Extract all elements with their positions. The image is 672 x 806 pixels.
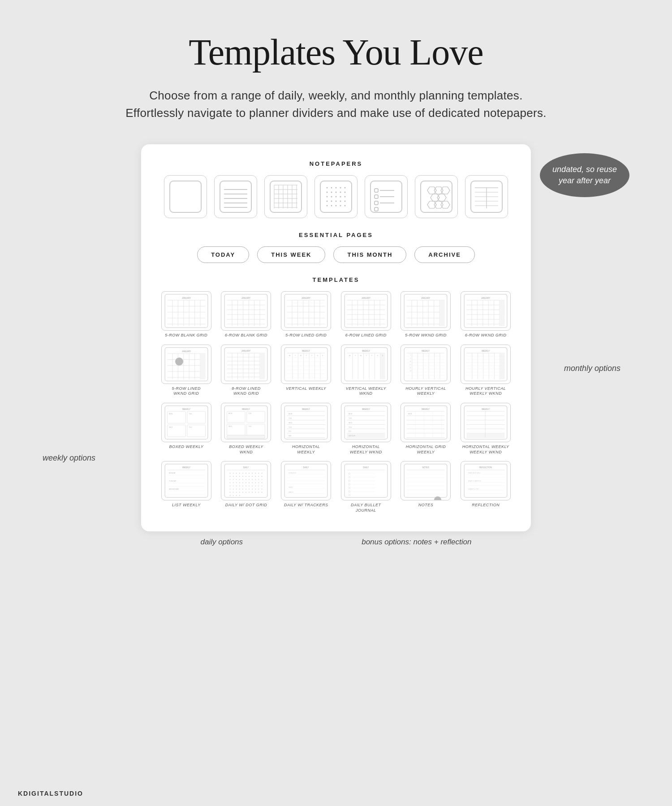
svg-text:M: M — [349, 355, 350, 357]
svg-text:FRI: FRI — [289, 431, 291, 432]
thumb-daily-trackers[interactable]: DAILY SCHEDULE TASKS HABITS — [281, 461, 331, 500]
undated-callout: undated, so reuse year after year — [540, 153, 629, 197]
svg-point-386 — [243, 479, 244, 480]
svg-point-380 — [258, 476, 259, 477]
svg-text:TUE: TUE — [249, 413, 252, 414]
svg-point-29 — [340, 192, 341, 193]
label-vertical-weekly-wknd: VERTICAL WEEKLY WKND — [339, 386, 393, 397]
svg-point-398 — [246, 483, 247, 483]
svg-point-36 — [327, 201, 328, 202]
svg-text:13: 13 — [410, 370, 412, 372]
svg-rect-116 — [345, 294, 388, 328]
svg-text:MON: MON — [169, 413, 173, 415]
thumb-reflection[interactable]: REFLECTION WHAT WENT WELL WHAT TO IMPROV… — [461, 461, 511, 500]
svg-text:WED: WED — [289, 422, 293, 424]
label-horizontal-grid-weekly: HORIZONTAL GRIDWEEKLY — [406, 444, 446, 455]
thumb-boxed-weekly-wknd[interactable]: WEEKLY MON TUE WED THU — [221, 403, 271, 442]
svg-rect-54 — [421, 181, 452, 212]
notepapers-row — [159, 175, 513, 218]
svg-point-431 — [246, 492, 247, 493]
notepapers-label: NOTEPAPERS — [159, 160, 513, 167]
svg-point-438 — [233, 495, 234, 496]
svg-point-410 — [249, 486, 250, 487]
btn-this-month[interactable]: THIS MONTH — [333, 246, 406, 263]
svg-point-435 — [258, 492, 259, 493]
notepaper-checklist[interactable] — [365, 175, 408, 218]
label-horizontal-weekly: HORIZONTALWEEKLY — [292, 444, 320, 455]
header-section: Templates You Love Choose from a range o… — [125, 0, 547, 122]
svg-text:TUE: TUE — [189, 413, 192, 415]
svg-point-24 — [340, 187, 341, 189]
notepaper-columns[interactable] — [465, 175, 508, 218]
svg-text:TUE: TUE — [289, 418, 292, 419]
svg-rect-189 — [284, 347, 327, 380]
svg-point-382 — [230, 479, 231, 480]
footer-brand: KDIGITALSTUDIO — [18, 790, 83, 797]
thumb-vertical-weekly-wknd[interactable]: WEEKLY M T W — [341, 345, 391, 384]
notepaper-dot[interactable] — [314, 175, 358, 218]
thumb-daily-dot[interactable]: DAILY — [221, 461, 271, 500]
thumb-vertical-weekly[interactable]: WEEKLY M T W T — [281, 345, 331, 384]
svg-point-396 — [239, 483, 240, 483]
svg-text:JANUARY: JANUARY — [241, 297, 251, 299]
svg-text:WEEKLY: WEEKLY — [242, 408, 250, 410]
svg-point-395 — [236, 483, 237, 483]
page: Templates You Love Choose from a range o… — [0, 0, 672, 806]
thumb-5row-lined[interactable]: JANUARY — [281, 291, 331, 331]
thumb-notes[interactable]: NOTES — [401, 461, 451, 500]
thumb-hourly-vertical-wknd[interactable]: WEEKLY — [461, 345, 511, 384]
thumb-boxed-weekly[interactable]: WEEKLY MON TUE WED THU — [161, 403, 211, 442]
svg-point-364 — [243, 473, 244, 474]
thumb-hourly-vertical[interactable]: WEEKLY — [401, 345, 451, 384]
template-horizontal-weekly-wknd2: WEEKLY — [458, 403, 513, 455]
label-6row-lined: 6-ROW LINED GRID — [345, 333, 387, 338]
label-6row-wknd: 6-ROW WKND GRID — [465, 333, 507, 338]
svg-point-394 — [233, 483, 234, 483]
svg-rect-172 — [200, 353, 206, 379]
label-boxed-weekly: BOXED WEEKLY — [169, 444, 203, 450]
thumb-6row-lined[interactable]: JANUARY — [341, 291, 391, 331]
thumb-horizontal-weekly[interactable]: WEEKLY MON TUE WED — [281, 403, 331, 442]
svg-rect-284 — [227, 435, 265, 438]
svg-marker-57 — [441, 187, 450, 194]
svg-text:MONDAY: MONDAY — [169, 472, 176, 474]
svg-text:FRI: FRI — [349, 431, 351, 432]
thumb-8row-lined-wknd[interactable]: JANUARY — [221, 345, 271, 384]
label-reflection: REFLECTION — [472, 503, 500, 508]
btn-today[interactable]: TODAY — [197, 246, 249, 263]
svg-point-37 — [331, 201, 332, 202]
thumb-6row-blank[interactable]: JANUARY — [221, 291, 271, 331]
svg-text:THU: THU — [249, 426, 252, 427]
notepaper-grid[interactable] — [264, 175, 307, 218]
svg-point-39 — [340, 201, 341, 202]
thumb-5row-lined-wknd[interactable]: JANUARY — [161, 345, 211, 384]
svg-text:WEEKLY: WEEKLY — [302, 408, 310, 410]
btn-this-week[interactable]: THIS WEEK — [257, 246, 325, 263]
thumb-horizontal-weekly-wknd[interactable]: WEEKLY MON TUE W — [341, 403, 391, 442]
svg-point-366 — [249, 473, 250, 474]
thumb-list-weekly[interactable]: WEEKLY MONDAY TUESDAY WEDNESDAY — [161, 461, 211, 500]
svg-text:MON: MON — [289, 413, 293, 415]
template-6row-wknd: JANUARY — [458, 291, 513, 338]
btn-archive[interactable]: ARCHIVE — [414, 246, 475, 263]
svg-rect-49 — [375, 195, 378, 198]
svg-text:M: M — [289, 355, 290, 357]
thumb-horizontal-weekly-wknd2[interactable]: WEEKLY — [461, 403, 511, 442]
notepaper-blank[interactable] — [164, 175, 207, 218]
bottom-callouts: daily options bonus options: notes + ref… — [141, 538, 531, 547]
notepaper-lined[interactable] — [214, 175, 257, 218]
main-title: Templates You Love — [125, 31, 547, 73]
thumb-6row-wknd[interactable]: JANUARY — [461, 291, 511, 331]
notepaper-hexagon[interactable] — [415, 175, 458, 218]
template-daily-dot: DAILY — [219, 461, 274, 513]
label-5row-lined: 5-ROW LINED GRID — [285, 333, 327, 338]
svg-rect-158 — [500, 300, 505, 326]
thumb-5row-wknd[interactable]: JANUARY — [401, 291, 451, 331]
svg-point-372 — [233, 476, 234, 477]
svg-text:MON: MON — [349, 413, 353, 415]
svg-point-392 — [262, 479, 263, 480]
label-daily-dot: DAILY W/ DOT GRID — [225, 503, 267, 508]
thumb-5row-blank[interactable]: JANUARY — [161, 291, 211, 331]
thumb-daily-bullet[interactable]: DAILY — [341, 461, 391, 500]
thumb-horizontal-grid-weekly[interactable]: WEEKLY — [401, 403, 451, 442]
